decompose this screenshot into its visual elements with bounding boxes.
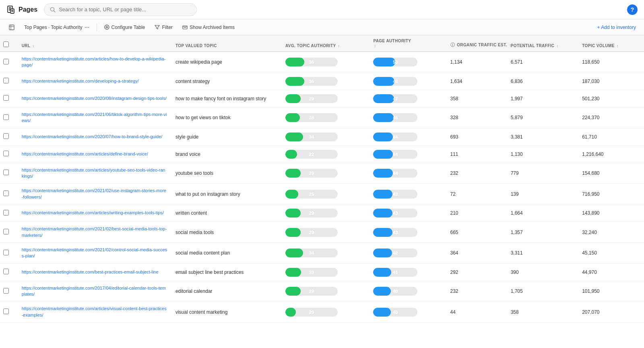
page-authority-cell: 43 bbox=[369, 222, 446, 243]
add-inventory-btn[interactable]: + Add to inventory bbox=[594, 23, 639, 32]
row-checkbox[interactable] bbox=[3, 114, 9, 120]
potential-traffic-cell: 6,836 bbox=[507, 72, 578, 90]
avg-authority-cell: 22 bbox=[281, 145, 369, 163]
row-checkbox[interactable] bbox=[3, 191, 9, 196]
pa-bar: 50 bbox=[373, 58, 417, 66]
pa-bar-label: 40 bbox=[373, 308, 417, 317]
url-link[interactable]: https://contentmarketinginstitute.com/ar… bbox=[22, 56, 166, 67]
organic-traffic-cell: 1,134 bbox=[446, 52, 507, 72]
url-link[interactable]: https://contentmarketinginstitute.com/20… bbox=[22, 188, 167, 199]
url-cell: https://contentmarketinginstitute.com/20… bbox=[18, 107, 171, 128]
toolbar: Top Pages · Topic Authority Configure Ta… bbox=[0, 19, 644, 35]
row-checkbox[interactable] bbox=[3, 151, 9, 156]
page-authority-cell: 43 bbox=[369, 184, 446, 205]
archive-btn[interactable]: Show Archived Items bbox=[178, 23, 239, 32]
svg-point-13 bbox=[87, 27, 87, 28]
col-header-volume[interactable]: TOPIC VOLUME ↕ bbox=[578, 35, 644, 52]
topic-volume-cell: 1,216,640 bbox=[578, 145, 644, 163]
topic-cell: create wikipedia page bbox=[171, 52, 281, 72]
row-checkbox[interactable] bbox=[3, 78, 9, 83]
configure-table-btn[interactable]: Configure Table bbox=[100, 23, 149, 32]
row-checkbox[interactable] bbox=[3, 133, 9, 139]
pa-bar-label: 44 bbox=[373, 169, 417, 178]
avg-bar: 28 bbox=[285, 113, 338, 122]
col-header-url[interactable]: URL ↕ bbox=[18, 35, 171, 52]
organic-traffic-cell: 232 bbox=[446, 281, 507, 302]
url-link[interactable]: https://contentmarketinginstitute.com/ar… bbox=[22, 168, 165, 178]
url-link[interactable]: https://contentmarketinginstitute.com/20… bbox=[22, 134, 163, 139]
potential-traffic-cell: 1,664 bbox=[507, 205, 578, 222]
row-checkbox[interactable] bbox=[3, 210, 9, 215]
topic-cell: social media content plan bbox=[171, 242, 281, 263]
avg-bar: 22 bbox=[285, 150, 338, 159]
pa-bar-label: 43 bbox=[373, 209, 417, 218]
col-header-pa[interactable]: PAGE AUTHORITY ↕ bbox=[369, 35, 446, 52]
url-link[interactable]: https://contentmarketinginstitute.com/20… bbox=[22, 112, 167, 123]
row-checkbox[interactable] bbox=[3, 288, 9, 294]
filter-btn[interactable]: Filter bbox=[151, 23, 177, 32]
avg-bar: 29 bbox=[285, 94, 338, 103]
url-link[interactable]: https://contentmarketinginstitute.com/20… bbox=[22, 247, 167, 258]
page-authority-cell: 47 bbox=[369, 90, 446, 107]
url-link[interactable]: https://contentmarketinginstitute.com/ar… bbox=[22, 210, 164, 215]
svg-point-14 bbox=[88, 27, 89, 28]
row-check-cell bbox=[0, 128, 18, 145]
avg-bar-label: 25 bbox=[285, 190, 338, 199]
avg-bar: 30 bbox=[285, 268, 338, 277]
pa-bar: 43 bbox=[373, 228, 417, 237]
topic-volume-cell: 501,230 bbox=[578, 90, 644, 107]
topic-cell: visual content marketing bbox=[171, 302, 281, 323]
avg-authority-cell: 29 bbox=[281, 90, 369, 107]
url-link[interactable]: https://contentmarketinginstitute.com/ar… bbox=[22, 151, 148, 156]
potential-traffic-cell: 1,705 bbox=[507, 281, 578, 302]
row-check-cell bbox=[0, 90, 18, 107]
avg-bar-label: 29 bbox=[285, 169, 338, 178]
row-checkbox[interactable] bbox=[3, 309, 9, 314]
topic-cell: how to get views on tiktok bbox=[171, 107, 281, 128]
row-checkbox[interactable] bbox=[3, 95, 9, 101]
url-link[interactable]: https://contentmarketinginstitute.com/20… bbox=[22, 226, 167, 237]
table-row: https://contentmarketinginstitute.com/de… bbox=[0, 72, 644, 90]
row-check-cell bbox=[0, 281, 18, 302]
select-all-header[interactable] bbox=[0, 35, 18, 52]
row-checkbox[interactable] bbox=[3, 170, 9, 175]
url-sort-arrow: ↕ bbox=[32, 44, 34, 48]
avg-authority-cell: 30 bbox=[281, 263, 369, 281]
search-icon bbox=[50, 7, 56, 12]
pa-bar: 44 bbox=[373, 150, 417, 159]
url-link[interactable]: https://contentmarketinginstitute.com/ar… bbox=[22, 306, 167, 317]
topic-cell: social media tools bbox=[171, 222, 281, 243]
organic-traffic-cell: 72 bbox=[446, 184, 507, 205]
view-icon-btn[interactable] bbox=[5, 23, 19, 32]
row-checkbox[interactable] bbox=[3, 229, 9, 234]
search-bar[interactable] bbox=[44, 3, 197, 16]
svg-line-8 bbox=[54, 10, 56, 12]
help-button[interactable]: ? bbox=[627, 4, 638, 15]
url-cell: https://contentmarketinginstitute.com/ar… bbox=[18, 205, 171, 222]
url-link[interactable]: https://contentmarketinginstitute.com/be… bbox=[22, 269, 159, 274]
url-link[interactable]: https://contentmarketinginstitute.com/de… bbox=[22, 79, 139, 83]
volume-sort-arrow: ↕ bbox=[617, 44, 619, 48]
row-checkbox[interactable] bbox=[3, 59, 9, 64]
select-all-checkbox[interactable] bbox=[3, 41, 9, 47]
col-header-potential[interactable]: POTENTIAL TRAFFIC ↕ bbox=[507, 35, 578, 52]
svg-point-15 bbox=[105, 25, 109, 29]
search-input[interactable] bbox=[59, 6, 191, 12]
potential-traffic-cell: 5,879 bbox=[507, 107, 578, 128]
row-checkbox[interactable] bbox=[3, 269, 9, 274]
topic-cell: style guide bbox=[171, 128, 281, 145]
organic-traffic-cell: 328 bbox=[446, 107, 507, 128]
app-title: Pages bbox=[19, 6, 37, 13]
url-link[interactable]: https://contentmarketinginstitute.com/20… bbox=[22, 286, 166, 296]
url-link[interactable]: https://contentmarketinginstitute.com/20… bbox=[22, 96, 167, 101]
pa-bar-label: 47 bbox=[373, 94, 417, 103]
col-header-organic[interactable]: ⓘ ORGANIC TRAFFIC EST. ↕ bbox=[446, 35, 507, 52]
col-header-avg[interactable]: AVG. TOPIC AUTHORITY ↕ bbox=[281, 35, 369, 52]
avg-bar-label: 28 bbox=[285, 113, 338, 122]
page-authority-cell: 43 bbox=[369, 205, 446, 222]
topic-volume-cell: 32,240 bbox=[578, 222, 644, 243]
pa-bar: 47 bbox=[373, 94, 417, 103]
avg-authority-cell: 29 bbox=[281, 222, 369, 243]
row-checkbox[interactable] bbox=[3, 250, 9, 255]
view-label[interactable]: Top Pages · Topic Authority bbox=[20, 23, 93, 32]
